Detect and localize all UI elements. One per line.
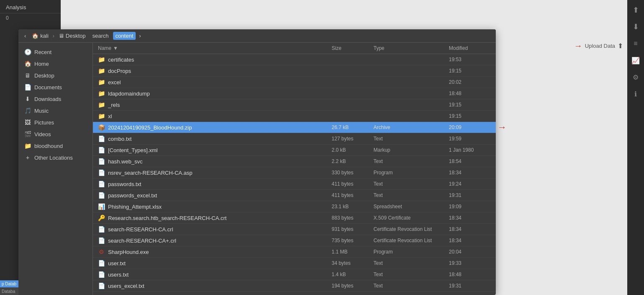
file-size: 411 bytes	[332, 181, 374, 187]
sidebar-item-documents[interactable]: 📄 Documents	[18, 81, 93, 93]
file-modified: 19:53	[449, 57, 491, 62]
header-modified: Modified	[449, 45, 491, 51]
sidebar-item-bloodhound[interactable]: 📁 bloodhound	[18, 140, 93, 152]
desktop-nav-icon: 🖥	[24, 72, 31, 79]
file-list-header: Name ▼ Size Type Modified	[93, 43, 496, 54]
sidebar-upload-icon[interactable]: ⬆	[629, 3, 642, 17]
sidebar-item-music[interactable]: 🎵 Music	[18, 105, 93, 116]
table-row[interactable]: 📄 passwords.txt 411 bytes Text 19:24	[93, 179, 496, 190]
file-modified: 19:33	[449, 260, 491, 266]
file-icon: 📄	[98, 237, 105, 244]
table-row[interactable]: 📁 docProps 19:15	[93, 65, 496, 77]
file-manager: ‹ 🏠 kali › 🖥 Desktop search content › 🕐 …	[18, 29, 496, 295]
file-name: passwords_excel.txt	[108, 192, 157, 199]
right-sidebar: ⬆ ⬇ ≡ 📈 ⚙ ℹ	[627, 0, 644, 295]
music-icon: 🎵	[24, 107, 31, 114]
file-type: Spreadsheet	[374, 204, 449, 210]
file-modified: 19:15	[449, 102, 491, 108]
table-row[interactable]: 🔑 Research.search.htb_search-RESEARCH-CA…	[93, 212, 496, 224]
table-row[interactable]: 📄 search-RESEARCH-CA+.crl 735 bytes Cert…	[93, 235, 496, 246]
bloodhound-icon: 📁	[24, 142, 31, 149]
sidebar-item-recent[interactable]: 🕐 Recent	[18, 46, 93, 58]
documents-icon: 📄	[24, 84, 31, 91]
file-icon: 📦	[98, 124, 105, 131]
table-row[interactable]: 📄 nsrev_search-RESEARCH-CA.asp 330 bytes…	[93, 167, 496, 179]
nav-forward-button[interactable]: ›	[137, 32, 142, 40]
app-count: 0	[0, 13, 61, 23]
table-row[interactable]: 📄 search-RESEARCH-CA.crl 931 bytes Certi…	[93, 224, 496, 235]
file-name: Research.search.htb_search-RESEARCH-CA.c…	[108, 215, 227, 221]
table-row[interactable]: 📦 20241204190925_BloodHound.zip 26.7 kB …	[93, 122, 496, 133]
file-modified: 18:34	[449, 170, 491, 176]
nav-back-button[interactable]: ‹	[23, 32, 28, 40]
header-type: Type	[374, 45, 449, 51]
file-modified: 19:09	[449, 204, 491, 210]
table-row[interactable]: 📁 excel 20:02	[93, 77, 496, 88]
table-row[interactable]: ⚙ SharpHound.exe 1.1 MB Program 20:04	[93, 246, 496, 258]
sidebar-settings-icon[interactable]: ⚙	[629, 70, 642, 84]
table-row[interactable]: 📄 users.txt 1.4 kB Text 18:48	[93, 269, 496, 280]
file-icon: 📄	[98, 192, 105, 199]
sidebar-item-home[interactable]: 🏠 Home	[18, 58, 93, 70]
table-row[interactable]: 📁 certificates 19:53	[93, 54, 496, 65]
file-size: 26.7 kB	[332, 124, 374, 130]
upload-data-area[interactable]: → Upload Data ⬆	[574, 41, 623, 51]
sidebar-item-downloads[interactable]: ⬇ Downloads	[18, 93, 93, 105]
recent-icon: 🕐	[24, 49, 31, 55]
sidebar-item-pictures[interactable]: 🖼 Pictures	[18, 116, 93, 128]
file-name: xl	[108, 113, 112, 119]
db-item-1[interactable]: p Datab	[0, 280, 18, 288]
file-name: nsrev_search-RESEARCH-CA.asp	[108, 170, 193, 176]
db-item-2[interactable]: Databa	[0, 288, 18, 295]
breadcrumb-content[interactable]: content	[113, 32, 136, 40]
file-name: combo.txt	[108, 136, 131, 142]
file-name: users.txt	[108, 272, 129, 278]
file-icon: 📁	[98, 90, 105, 97]
file-modified: 19:24	[449, 181, 491, 187]
sidebar-line-chart-icon[interactable]: 📈	[629, 54, 642, 67]
file-type: Text	[374, 192, 449, 198]
file-size: 2.0 kB	[332, 147, 374, 153]
table-row[interactable]: 📁 _rels 19:15	[93, 99, 496, 111]
file-size: 411 bytes	[332, 192, 374, 198]
breadcrumb-kali[interactable]: 🏠 kali	[29, 32, 51, 40]
file-size: 34 bytes	[332, 260, 374, 266]
file-manager-sidebar: 🕐 Recent 🏠 Home 🖥 Desktop 📄 Documents ⬇ …	[18, 43, 93, 295]
file-name: [Content_Types].xml	[108, 147, 158, 153]
breadcrumb-search[interactable]: search	[90, 32, 111, 40]
file-type: Archive	[374, 124, 449, 130]
table-row[interactable]: 📊 Phishing_Attempt.xlsx 23.1 kB Spreadsh…	[93, 201, 496, 212]
table-row[interactable]: 📄 [Content_Types].xml 2.0 kB Markup 1 Ja…	[93, 145, 496, 156]
sidebar-info-icon[interactable]: ℹ	[629, 87, 642, 101]
file-manager-content: 🕐 Recent 🏠 Home 🖥 Desktop 📄 Documents ⬇ …	[18, 43, 496, 295]
sidebar-chart-bar-icon[interactable]: ≡	[629, 37, 642, 50]
sidebar-item-desktop[interactable]: 🖥 Desktop	[18, 70, 93, 81]
table-row[interactable]: 📁 ldapdomaindump 18:48	[93, 88, 496, 99]
table-row[interactable]: 📄 users_excel.txt 194 bytes Text 19:31	[93, 280, 496, 292]
sidebar-download-icon[interactable]: ⬇	[629, 20, 642, 34]
sidebar-item-videos[interactable]: 🎬 Videos	[18, 128, 93, 140]
file-icon: 📄	[98, 169, 105, 176]
breadcrumb-desktop[interactable]: 🖥 Desktop	[56, 32, 88, 40]
file-type: Certificate Revocation List	[374, 238, 449, 243]
file-type: Program	[374, 170, 449, 176]
breadcrumb-sep-1: ›	[53, 33, 54, 39]
table-row[interactable]: 📄 combo.txt 127 bytes Text 19:59	[93, 133, 496, 145]
file-type: Text	[374, 136, 449, 142]
table-row[interactable]: 📄 user.txt 34 bytes Text 19:33	[93, 258, 496, 269]
upload-arrow-icon: →	[574, 41, 582, 51]
file-icon: 📁	[98, 101, 105, 108]
file-modified: 20:04	[449, 249, 491, 255]
table-row[interactable]: 📄 passwords_excel.txt 411 bytes Text 19:…	[93, 190, 496, 201]
file-size: 194 bytes	[332, 283, 374, 289]
file-name: users_excel.txt	[108, 283, 144, 289]
sidebar-item-other-locations[interactable]: + Other Locations	[18, 152, 93, 163]
table-row[interactable]: 📄 hash.web_svc 2.2 kB Text 18:54	[93, 156, 496, 167]
header-size: Size	[332, 45, 374, 51]
file-type: Markup	[374, 147, 449, 153]
file-icon: 📄	[98, 226, 105, 233]
file-list: Name ▼ Size Type Modified 📁 certificates	[93, 43, 496, 295]
file-size: 1.4 kB	[332, 272, 374, 277]
file-name: _rels	[108, 102, 120, 108]
table-row[interactable]: 📁 xl 19:15	[93, 111, 496, 122]
